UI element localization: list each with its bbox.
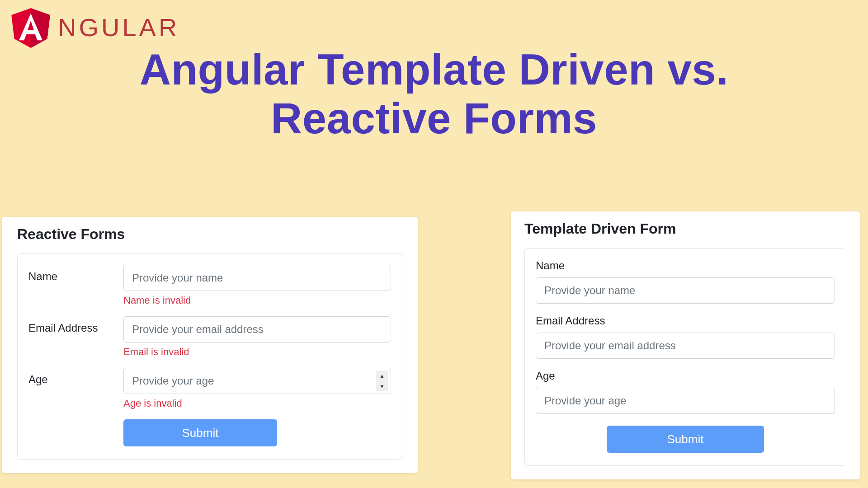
template-email-field: Email Address xyxy=(536,314,835,359)
template-email-label: Email Address xyxy=(536,314,835,327)
template-age-field: Age xyxy=(536,370,835,414)
template-age-label: Age xyxy=(536,370,835,382)
reactive-email-error: Email is invalid xyxy=(123,346,391,358)
reactive-age-input[interactable] xyxy=(123,368,391,394)
template-driven-body: Name Email Address Age Submit xyxy=(524,248,846,466)
reactive-email-label: Email Address xyxy=(28,316,123,334)
angular-shield-icon xyxy=(8,5,53,50)
template-driven-title: Template Driven Form xyxy=(524,221,846,237)
reactive-age-error: Age is invalid xyxy=(123,398,391,409)
reactive-name-input[interactable] xyxy=(123,265,391,291)
template-name-field: Name xyxy=(536,259,835,304)
reactive-forms-body: Name Name is invalid Email Address Email… xyxy=(17,253,402,460)
template-email-input[interactable] xyxy=(536,333,835,359)
reactive-name-label: Name xyxy=(28,265,123,283)
stepper-down-icon[interactable]: ▼ xyxy=(376,381,388,391)
reactive-email-input[interactable] xyxy=(123,316,391,343)
template-age-input[interactable] xyxy=(536,388,835,414)
template-name-label: Name xyxy=(536,259,835,272)
reactive-submit-row: Submit xyxy=(28,419,391,446)
stepper-up-icon[interactable]: ▲ xyxy=(376,371,388,381)
template-name-input[interactable] xyxy=(536,277,835,304)
angular-wordmark: NGULAR xyxy=(58,13,179,42)
page-title: Angular Template Driven vs. Reactive For… xyxy=(0,45,868,142)
reactive-name-error: Name is invalid xyxy=(123,295,391,306)
reactive-submit-button[interactable]: Submit xyxy=(123,419,277,446)
reactive-name-row: Name Name is invalid xyxy=(28,265,391,306)
reactive-age-row: Age ▲ ▼ Age is invalid xyxy=(28,368,391,409)
reactive-forms-title: Reactive Forms xyxy=(17,226,402,243)
reactive-forms-card: Reactive Forms Name Name is invalid Emai… xyxy=(2,217,418,473)
reactive-age-stepper: ▲ ▼ xyxy=(376,371,388,391)
reactive-email-row: Email Address Email is invalid xyxy=(28,316,391,358)
headline-line-2: Reactive Forms xyxy=(271,94,597,142)
template-submit-button[interactable]: Submit xyxy=(607,426,764,453)
headline-line-1: Angular Template Driven vs. xyxy=(140,45,729,94)
angular-logo: NGULAR xyxy=(8,5,179,50)
reactive-age-label: Age xyxy=(28,368,123,386)
template-driven-card: Template Driven Form Name Email Address … xyxy=(511,211,860,479)
